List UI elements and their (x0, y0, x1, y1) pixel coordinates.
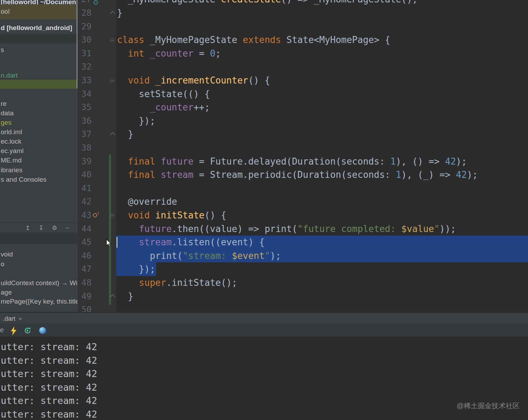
tree-item[interactable]: ibraries (0, 166, 78, 174)
run-marker-icon[interactable] (94, 0, 98, 5)
code-line[interactable]: _MyHomePageState createState() => _MyHom… (117, 0, 418, 6)
code-line[interactable]: void initState() { (117, 209, 226, 222)
line-number[interactable]: 30 (78, 33, 91, 47)
line-number[interactable]: 28 (78, 6, 91, 20)
dart-devtools-icon[interactable] (39, 327, 46, 334)
code-line[interactable]: } (117, 290, 133, 303)
code-line[interactable]: future.then((value) => print("future com… (117, 222, 456, 236)
line-number[interactable]: 36 (78, 114, 91, 128)
code-line[interactable]: } (117, 6, 123, 20)
line-number[interactable]: 33 (78, 74, 91, 87)
sidebar-scrollbar[interactable] (76, 0, 78, 88)
code-line[interactable]: }); (117, 114, 155, 128)
fold-end-icon[interactable] (110, 132, 116, 138)
code-line[interactable]: }); (117, 262, 155, 276)
fold-collapse-icon[interactable] (110, 213, 115, 218)
tree-item[interactable]: ool (0, 7, 78, 16)
console-tab[interactable]: .dart× (0, 314, 25, 324)
code-token (117, 102, 150, 113)
tree-item[interactable]: s and Consoles (0, 175, 78, 184)
fold-collapse-icon[interactable] (110, 38, 115, 42)
code-line[interactable]: print("stream: $event"); (117, 249, 281, 263)
code-token: " (265, 251, 270, 261)
expand-all-icon[interactable]: ↥ (25, 225, 30, 231)
hot-reload-bolt-icon[interactable] (10, 326, 17, 335)
fold-collapse-icon[interactable] (110, 78, 115, 83)
line-number[interactable]: 37 (78, 128, 91, 141)
project-sidebar[interactable]: [helloworld] ~/Documenoold [helloworld_a… (0, 0, 78, 312)
tree-item[interactable]: ME.md (0, 156, 78, 165)
structure-item[interactable]: o (0, 260, 78, 268)
line-number[interactable]: 31 (78, 47, 91, 60)
code-line[interactable]: class _MyHomePageState extends State<MyH… (117, 33, 390, 47)
code-token: ++; (193, 102, 210, 113)
code-token (117, 156, 128, 167)
code-token: .initState(); (166, 277, 237, 288)
tree-item[interactable]: n.dart (0, 71, 78, 80)
code-token: _counter (150, 48, 193, 59)
code-line[interactable]: } (117, 128, 133, 141)
tree-item[interactable]: data (0, 109, 78, 117)
code-line[interactable]: super.initState(); (117, 276, 237, 290)
close-icon[interactable]: × (19, 316, 22, 322)
line-number[interactable]: 45 (78, 236, 91, 249)
line-number[interactable]: 32 (78, 60, 91, 74)
line-number[interactable]: 27 (78, 0, 91, 6)
line-number[interactable]: 43 (78, 209, 91, 222)
tree-item[interactable]: ec.yaml (0, 146, 78, 155)
code-line[interactable]: void _incrementCounter() { (117, 74, 270, 87)
code-line[interactable]: _counter++; (117, 101, 210, 114)
settings-gear-icon[interactable]: ⚙ (52, 225, 57, 231)
tree-item[interactable]: ges (0, 118, 78, 127)
line-number[interactable]: 46 (78, 249, 91, 263)
code-token: class (117, 35, 144, 45)
line-number[interactable]: 42 (78, 195, 91, 209)
line-number[interactable]: 48 (78, 276, 91, 290)
code-editor[interactable]: 27 _MyHomePageState createState() => _My… (0, 0, 528, 312)
code-token: () { (248, 75, 270, 86)
code-token (117, 237, 139, 247)
line-number[interactable]: 34 (78, 87, 91, 101)
collapse-all-icon[interactable]: ↧ (38, 225, 43, 231)
line-number[interactable]: 44 (78, 222, 91, 236)
code-token: = Future.delayed(Duration(seconds: (193, 156, 390, 167)
code-line[interactable]: setState(() { (117, 87, 210, 101)
line-number[interactable]: 47 (78, 262, 91, 276)
code-line[interactable]: int _counter = 0; (117, 47, 221, 60)
tree-item[interactable]: re (0, 99, 78, 108)
code-token (117, 210, 128, 220)
code-line[interactable]: @override (117, 195, 177, 209)
structure-item[interactable]: age (0, 288, 78, 297)
code-line[interactable]: final future = Future.delayed(Duration(s… (117, 155, 467, 168)
line-number[interactable]: 50 (78, 303, 91, 312)
code-token: $value (401, 224, 434, 234)
structure-item[interactable]: uildContext context) → Wi (0, 278, 78, 287)
tree-item[interactable]: ec.lock (0, 137, 78, 146)
line-number[interactable]: 35 (78, 101, 91, 114)
fold-end-icon[interactable] (110, 11, 116, 16)
hide-panel-icon[interactable]: − (66, 225, 69, 231)
code-token: ); (456, 156, 467, 167)
code-token: ); (467, 169, 478, 180)
ide-window: 27 _MyHomePageState createState() => _My… (0, 0, 528, 420)
code-line[interactable]: stream.listen((event) { (117, 236, 265, 249)
line-number[interactable]: 40 (78, 168, 91, 182)
code-token: ), (_) => (401, 169, 456, 180)
code-line[interactable]: final stream = Stream.periodic(Duration(… (117, 168, 478, 182)
code-token: $event (232, 251, 265, 261)
line-number[interactable]: 38 (78, 141, 91, 155)
structure-item[interactable]: void (0, 250, 78, 259)
tree-item[interactable]: d [helloworld_android] (0, 23, 78, 32)
override-method-icon[interactable]: ↑ (93, 211, 101, 218)
code-token: 42 (456, 169, 467, 180)
tree-item[interactable]: s (0, 45, 78, 54)
tree-item[interactable]: orld.iml (0, 128, 78, 136)
hot-restart-icon[interactable] (23, 326, 32, 335)
line-number[interactable]: 41 (78, 182, 91, 195)
cutoff-icon[interactable]: e (0, 326, 4, 334)
line-number[interactable]: 29 (78, 20, 91, 34)
line-number[interactable]: 49 (78, 290, 91, 303)
run-console-output[interactable]: utter: stream: 42utter: stream: 42utter:… (0, 337, 528, 420)
line-number[interactable]: 39 (78, 155, 91, 168)
structure-item[interactable]: mePage({Key key, this.title}) (0, 297, 78, 306)
